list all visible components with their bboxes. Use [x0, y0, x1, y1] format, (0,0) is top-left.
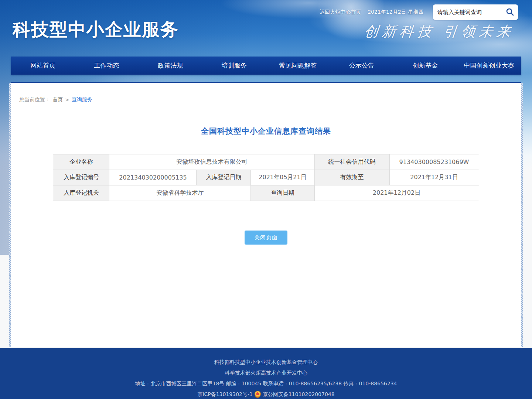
- footer-org-line2: 科学技术部火炬高技术产业开发中心: [0, 368, 532, 378]
- site-header: 科技型中小企业服务 返回火炬中心首页 2021年12月2日 星期四 创新科技 引…: [0, 0, 532, 57]
- close-page-button[interactable]: 关闭页面: [245, 231, 287, 245]
- nav-item-training[interactable]: 培训服务: [202, 57, 266, 75]
- nav-item-innovation-competition[interactable]: 中国创新创业大赛: [457, 57, 521, 75]
- table-row-authority: 入库登记机关 安徽省科学技术厅 查询日期 2021年12月02日: [53, 185, 479, 201]
- nav-item-announcements[interactable]: 公示公告: [330, 57, 394, 75]
- footer-contact-line: 地址：北京市西城区三里河二区甲18号 邮编：100045 联系电话：010-88…: [0, 378, 532, 389]
- value-registration-number: 202134030200005135: [109, 170, 197, 185]
- nav-item-faq[interactable]: 常见问题解答: [266, 57, 330, 75]
- site-logo: 科技型中小企业服务: [13, 18, 179, 41]
- value-company-name: 安徽塔孜信息技术有限公司: [109, 154, 314, 170]
- search-box[interactable]: [433, 4, 518, 20]
- footer-record-line: 京ICP备13019302号-1 京公网安备11010202007048: [0, 389, 532, 399]
- breadcrumb: 您当前位置： 首页 > 查询服务: [11, 83, 521, 103]
- current-date: 2021年12月2日 星期四: [368, 9, 423, 16]
- icp-record-link[interactable]: 京ICP备13019302号-1: [197, 389, 253, 399]
- nav-item-work-news[interactable]: 工作动态: [75, 57, 139, 75]
- table-row-registration: 入库登记编号 202134030200005135 入库登记日期 2021年05…: [53, 170, 479, 185]
- label-valid-until: 有效期至: [314, 170, 389, 185]
- breadcrumb-divider: [19, 108, 513, 108]
- breadcrumb-home-link[interactable]: 首页: [52, 96, 63, 103]
- search-input[interactable]: [437, 9, 505, 16]
- search-icon: [505, 7, 514, 17]
- value-credit-code: 91340300085231069W: [389, 154, 479, 170]
- label-registration-number: 入库登记编号: [53, 170, 109, 185]
- nav-item-policies[interactable]: 政策法规: [139, 57, 202, 75]
- label-query-date: 查询日期: [251, 185, 314, 201]
- footer-org-line1: 科技部科技型中小企业技术创新基金管理中心: [0, 357, 532, 368]
- query-result-table: 企业名称 安徽塔孜信息技术有限公司 统一社会信用代码 9134030008523…: [53, 154, 479, 201]
- breadcrumb-current-link[interactable]: 查询服务: [72, 96, 92, 103]
- table-row-company: 企业名称 安徽塔孜信息技术有限公司 统一社会信用代码 9134030008523…: [53, 154, 479, 170]
- label-company-name: 企业名称: [53, 154, 109, 170]
- value-registration-date: 2021年05月21日: [251, 170, 314, 185]
- page-title: 全国科技型中小企业信息库查询结果: [11, 126, 521, 136]
- top-utility-bar: 返回火炬中心首页 2021年12月2日 星期四: [320, 4, 518, 20]
- breadcrumb-prefix: 您当前位置：: [19, 96, 50, 103]
- value-query-date: 2021年12月02日: [314, 185, 479, 201]
- nav-item-innovation-fund[interactable]: 创新基金: [393, 57, 457, 75]
- slogan-calligraphy: 创新科技 引领未来: [363, 22, 515, 41]
- breadcrumb-separator: >: [65, 97, 69, 103]
- label-credit-code: 统一社会信用代码: [314, 154, 389, 170]
- nav-item-home[interactable]: 网站首页: [11, 57, 75, 75]
- main-navigation: 网站首页 工作动态 政策法规 培训服务 常见问题解答 公示公告 创新基金 中国创…: [11, 57, 521, 75]
- police-badge-icon: [255, 391, 261, 398]
- value-registration-authority: 安徽省科学技术厅: [109, 185, 251, 201]
- return-torch-center-link[interactable]: 返回火炬中心首页: [320, 9, 361, 16]
- value-valid-until: 2021年12月31日: [389, 170, 479, 185]
- label-registration-date: 入库登记日期: [197, 170, 251, 185]
- content-panel: 您当前位置： 首页 > 查询服务 全国科技型中小企业信息库查询结果 企业名称 安…: [11, 82, 521, 347]
- label-registration-authority: 入库登记机关: [53, 185, 109, 201]
- public-security-record-link[interactable]: 京公网安备11010202007048: [263, 389, 335, 399]
- site-footer: 科技部科技型中小企业技术创新基金管理中心 科学技术部火炬高技术产业开发中心 地址…: [0, 348, 532, 399]
- search-button[interactable]: [505, 7, 515, 18]
